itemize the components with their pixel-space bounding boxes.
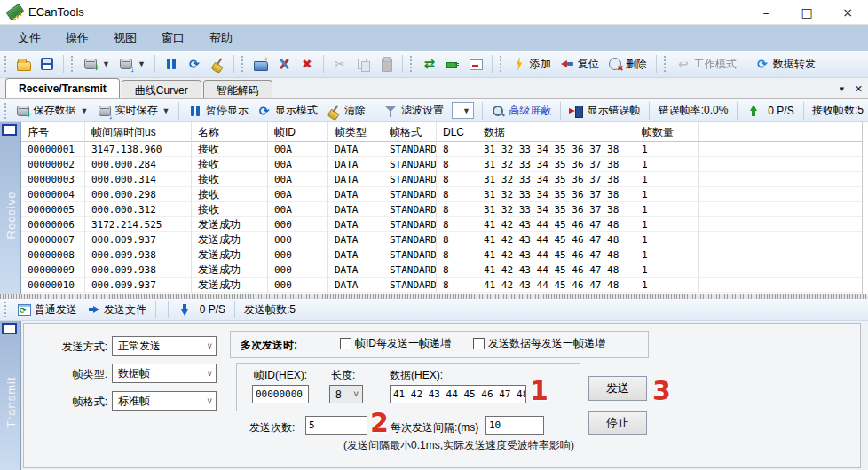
realtime-save-dropdown-button[interactable]: ▼ — [114, 54, 150, 74]
menu-operate[interactable]: 操作 — [53, 26, 101, 51]
table-header-cell[interactable]: 帧类型 — [328, 122, 383, 142]
table-row[interactable]: 00000003000.000.314接收00ADATASTANDARD831 … — [21, 172, 862, 187]
table-row[interactable]: 00000005000.000.312接收00ADATASTANDARD831 … — [21, 202, 862, 217]
table-header-cell[interactable]: 序号 — [21, 122, 85, 142]
table-cell: DATA — [328, 157, 383, 172]
table-header-cell[interactable]: 帧间隔时间us — [85, 122, 192, 142]
tab-smart-decode[interactable]: 智能解码 — [203, 80, 272, 98]
table-cell: 1 — [635, 232, 699, 247]
table-cell: 发送成功 — [192, 247, 268, 262]
data-increment-checkbox[interactable] — [473, 338, 485, 349]
add-button[interactable]: 添加 — [508, 54, 556, 74]
length-select[interactable]: 8˅ — [329, 385, 363, 403]
chevron-down-icon: ˅ — [207, 341, 212, 351]
data-hex-input[interactable]: 41 42 43 44 45 46 47 48 — [390, 385, 526, 403]
table-cell: 发送成功 — [192, 278, 268, 293]
interval-input[interactable]: 10 — [485, 416, 544, 435]
show-error-frames-button[interactable]: 显示错误帧 — [564, 100, 644, 121]
send-button[interactable]: 发送 — [588, 376, 647, 401]
frame-id-input[interactable]: 00000000 — [252, 385, 309, 403]
new-item-button[interactable] — [249, 55, 272, 74]
filter-combo-box[interactable]: ▼ — [452, 102, 474, 119]
transmit-form: 发送方式: 正常发送˅ 帧类型: 数据帧˅ 帧格式: 标准帧˅ 多次发送时: 帧… — [23, 323, 861, 468]
annotation-1: 1 — [530, 375, 548, 406]
table-row[interactable]: 00000010000.009.937发送成功000DATASTANDARD84… — [21, 278, 862, 293]
table-row[interactable]: 00000004000.000.298接收00ADATASTANDARD831 … — [21, 187, 862, 202]
toolbar-grip — [4, 302, 8, 317]
table-header-cell[interactable]: 数据 — [477, 122, 635, 142]
table-cell-filler — [699, 278, 862, 293]
window-title: ECanTools — [28, 5, 84, 19]
tab-curve[interactable]: 曲线Curver — [122, 80, 201, 98]
table-row[interactable]: 000000063172.214.525发送成功000DATASTANDARD8… — [21, 217, 862, 232]
menu-file[interactable]: 文件 — [5, 26, 53, 51]
clear-button[interactable]: 清除 — [322, 100, 370, 121]
table-cell: DATA — [328, 247, 383, 262]
clear-button[interactable] — [206, 54, 229, 74]
swap-channels-button[interactable]: ⇄ — [418, 54, 441, 74]
advanced-mask-button[interactable]: 高级屏蔽 — [486, 100, 556, 121]
settings-tools-button[interactable] — [272, 54, 296, 74]
transmit-panel-restore-icon[interactable] — [2, 323, 17, 334]
chevron-down-icon: ▼ — [162, 106, 170, 115]
table-row[interactable]: 00000002000.000.284接收00ADATASTANDARD831 … — [21, 157, 862, 172]
realtime-save-button[interactable]: 实时保存▼ — [93, 100, 175, 121]
table-cell: 1 — [635, 247, 699, 262]
paste-button[interactable] — [375, 54, 398, 74]
frame-id-increment-checkbox[interactable] — [340, 338, 351, 349]
pause-display-button[interactable]: 暂停显示 — [184, 100, 253, 121]
open-file-button[interactable] — [12, 55, 36, 74]
send-count-input[interactable]: 5 — [305, 416, 367, 435]
close-button[interactable]: × — [827, 0, 868, 25]
table-header-cell[interactable]: 帧ID — [268, 122, 328, 142]
pause-button[interactable] — [160, 54, 183, 74]
display-mode-button[interactable]: ⟳显示模式 — [253, 100, 322, 121]
show-error-frames-label: 显示错误帧 — [587, 103, 640, 118]
frame-type-select[interactable]: 数据帧˅ — [112, 364, 217, 383]
delete-button[interactable]: 删除 — [604, 54, 651, 74]
refresh-button[interactable]: ⟳ — [183, 54, 206, 74]
save-data-dropdown-button[interactable]: ▼ — [79, 54, 114, 74]
chevron-down-icon: ▼ — [138, 59, 146, 68]
frame-format-select[interactable]: 标准帧˅ — [112, 391, 217, 411]
table-cell: 31 32 33 34 35 36 37 38 — [477, 172, 635, 187]
frame-id-increment-option[interactable]: 帧ID每发送一帧递增 — [340, 336, 451, 351]
broom-icon — [210, 57, 225, 71]
reset-button[interactable]: 复位 — [556, 54, 604, 74]
copy-button[interactable] — [351, 54, 375, 74]
hide-window-button[interactable] — [464, 54, 487, 74]
tab-close-icon[interactable]: ✕ — [855, 83, 863, 95]
normal-send-button[interactable]: 普通发送 — [12, 300, 82, 320]
filter-settings-button[interactable]: 滤波设置 — [379, 100, 448, 121]
table-row[interactable]: 000000013147.138.960接收00ADATASTANDARD831… — [21, 142, 862, 157]
table-header-cell[interactable]: 帧格式 — [383, 122, 437, 142]
minimize-button[interactable]: – — [746, 0, 786, 25]
cut-button[interactable]: ✂ — [328, 54, 351, 74]
tab-list-dropdown-icon[interactable]: ▼ — [839, 85, 846, 93]
save-button[interactable] — [36, 54, 59, 74]
work-mode-button[interactable]: ↩工作模式 — [672, 54, 741, 74]
data-forward-button[interactable]: ⟳数据转发 — [751, 54, 820, 74]
table-cell: 1 — [635, 262, 699, 278]
send-mode-select[interactable]: 正常发送˅ — [112, 336, 217, 356]
table-header-cell[interactable]: DLC — [437, 122, 477, 142]
menu-view[interactable]: 视图 — [101, 26, 149, 51]
table-row[interactable]: 00000008000.009.938发送成功000DATASTANDARD84… — [21, 247, 862, 262]
tab-receive-transmit[interactable]: Receive/Transmit — [5, 78, 120, 98]
delete-item-button[interactable]: ✖ — [296, 54, 319, 74]
data-increment-option[interactable]: 发送数据每发送一帧递增 — [473, 336, 605, 351]
usb-device-button[interactable] — [441, 54, 464, 74]
receive-panel-restore-icon[interactable] — [2, 124, 17, 136]
stop-button[interactable]: 停止 — [588, 411, 647, 435]
table-header-cell[interactable]: 帧数量 — [635, 122, 699, 142]
maximize-button[interactable]: □ — [786, 0, 827, 25]
table-row[interactable]: 00000009000.009.938发送成功000DATASTANDARD84… — [21, 262, 862, 278]
menu-help[interactable]: 帮助 — [197, 26, 245, 51]
table-header-cell[interactable]: 名称 — [192, 122, 268, 142]
save-data-button[interactable]: 保存数据▼ — [12, 100, 93, 121]
menu-window[interactable]: 窗口 — [149, 26, 197, 51]
send-file-button[interactable]: 发送文件 — [82, 300, 151, 320]
table-cell: 8 — [437, 262, 477, 278]
table-cell: DATA — [328, 202, 383, 217]
table-row[interactable]: 00000007000.009.937发送成功000DATASTANDARD84… — [21, 232, 862, 247]
